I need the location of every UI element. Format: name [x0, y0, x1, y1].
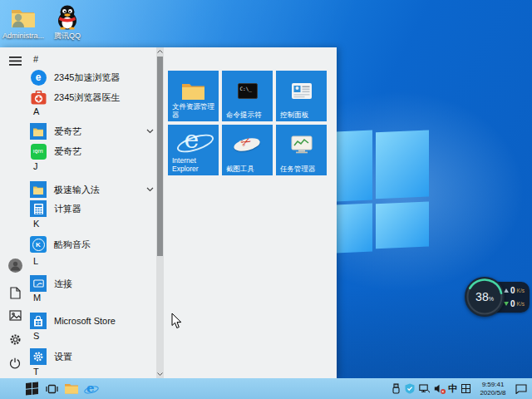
taskbar: e	[0, 378, 532, 399]
store-icon	[30, 313, 47, 329]
user-avatar-icon	[8, 259, 22, 273]
desktop-icon-label: Administra...	[2, 32, 45, 40]
section-header-t[interactable]: T	[33, 365, 133, 378]
settings-button[interactable]	[7, 331, 23, 347]
browser-doctor-icon	[30, 89, 47, 106]
user-folder-icon	[2, 3, 45, 30]
cmd-icon: C:\_	[222, 76, 273, 106]
pictures-button[interactable]	[7, 307, 23, 323]
browser-e-icon: e	[85, 382, 98, 396]
tile-file-explorer[interactable]: 文件资源管理器	[168, 71, 219, 121]
documents-button[interactable]	[7, 284, 23, 301]
section-header-s[interactable]: S	[33, 329, 133, 342]
gear-icon	[9, 333, 22, 346]
download-unit: K/s	[517, 301, 525, 307]
app-item-iqiyi[interactable]: IQIYI 爱奇艺	[30, 142, 155, 160]
scrollbar-thumb[interactable]	[157, 57, 163, 256]
snipping-tool-icon: ✂	[222, 130, 273, 160]
task-view-button[interactable]	[42, 378, 62, 399]
start-button[interactable]	[22, 378, 42, 399]
download-value: 0	[510, 299, 515, 308]
user-account-button[interactable]	[7, 257, 23, 273]
section-header-k[interactable]: K	[33, 217, 133, 230]
taskbar-clock[interactable]: 9:59:41 2020/5/8	[475, 381, 511, 397]
start-tiles-group: 文件资源管理器 C:\_ 命令提示符 控制面板 e	[168, 71, 331, 175]
app-item-kugou[interactable]: K 酷狗音乐	[30, 235, 155, 254]
ime-indicator[interactable]: 中	[448, 382, 457, 395]
app-folder-jisu-ime[interactable]: 极速输入法	[30, 180, 155, 199]
start-menu-scrollbar[interactable]	[156, 47, 164, 378]
screen: Administra... 腾讯QQ 0 K/s	[0, 0, 532, 399]
usage-arc	[465, 277, 505, 317]
control-panel-icon	[276, 76, 327, 106]
chevron-down-icon	[146, 187, 154, 192]
settings-tile-icon	[30, 348, 47, 365]
section-header-m[interactable]: M	[33, 291, 133, 304]
tile-internet-explorer[interactable]: e Internet Explorer	[168, 125, 219, 175]
section-header-a[interactable]: A	[33, 105, 133, 118]
section-header-hash[interactable]: #	[33, 52, 133, 66]
app-folder-icon	[30, 181, 47, 198]
upload-value: 0	[510, 286, 515, 295]
folder-icon	[65, 383, 78, 394]
tile-control-panel[interactable]: 控制面板	[276, 71, 327, 121]
chevron-down-icon	[146, 129, 154, 134]
taskbar-left-buttons: e	[22, 378, 101, 399]
upload-unit: K/s	[517, 288, 525, 293]
app-folder-icon	[30, 123, 47, 140]
tile-command-prompt[interactable]: C:\_ 命令提示符	[222, 71, 273, 121]
mute-badge: ×	[441, 389, 446, 395]
file-explorer-taskbar-button[interactable]	[62, 378, 81, 399]
app-item-calculator[interactable]: 计算器	[30, 200, 155, 218]
browser-taskbar-button[interactable]: e	[81, 378, 101, 399]
start-menu: # A J K L M S T e 2345加速浏览器	[0, 47, 337, 378]
app-item-settings[interactable]: 设置	[30, 347, 155, 366]
clock-date: 2020/5/8	[475, 389, 511, 397]
section-header-j[interactable]: J	[33, 160, 133, 173]
tile-task-manager[interactable]: 任务管理器	[276, 125, 327, 175]
memory-usage-ball[interactable]: 38%	[465, 277, 505, 317]
volume-muted-icon[interactable]: ×	[434, 384, 444, 393]
task-view-icon	[46, 384, 58, 394]
ie-icon: e	[168, 126, 219, 156]
scroll-down-arrow[interactable]	[156, 370, 164, 378]
notification-bubble-icon	[515, 384, 527, 394]
app-item-2345-browser[interactable]: e 2345加速浏览器	[30, 68, 155, 86]
power-icon	[9, 357, 21, 369]
iqiyi-icon: IQIYI	[30, 143, 47, 160]
network-icon[interactable]	[419, 384, 430, 394]
qq-penguin-icon	[46, 3, 89, 30]
power-button[interactable]	[7, 355, 23, 372]
security-shield-icon[interactable]	[405, 383, 415, 394]
system-tray: × 中 9:59:41 2020/5/8	[392, 378, 532, 399]
clock-time: 9:59:41	[475, 381, 511, 389]
app-item-microsoft-store[interactable]: Microsoft Store	[30, 312, 155, 330]
expand-chevron-jisu-ime[interactable]	[146, 180, 155, 199]
tile-snipping-tool[interactable]: ✂ 截图工具	[222, 125, 273, 175]
browser-2345-icon: e	[30, 69, 47, 86]
hamburger-icon	[9, 57, 22, 66]
connect-icon	[30, 275, 47, 292]
app-item-connect[interactable]: 连接	[30, 274, 155, 293]
desktop-icon-administrator[interactable]: Administra...	[2, 3, 45, 40]
windows-logo-icon	[26, 382, 38, 395]
app-item-2345-doctor[interactable]: 2345浏览器医生	[30, 88, 155, 106]
section-header-l[interactable]: L	[33, 254, 133, 268]
task-manager-icon	[276, 130, 327, 160]
document-icon	[10, 287, 21, 299]
scroll-up-arrow[interactable]	[156, 47, 164, 56]
app-folder-iqiyi[interactable]: 爱奇艺	[30, 122, 155, 140]
pictures-icon	[9, 310, 22, 321]
input-grid-icon[interactable]	[461, 384, 470, 393]
action-center-button[interactable]	[515, 384, 527, 394]
desktop-icon-label: 腾讯QQ	[46, 32, 89, 40]
menu-hamburger-button[interactable]	[7, 52, 23, 69]
expand-chevron-iqiyi-folder[interactable]	[146, 122, 155, 140]
kugou-icon: K	[30, 236, 47, 253]
calculator-icon	[30, 200, 47, 217]
usb-remove-icon[interactable]	[392, 383, 401, 394]
file-explorer-icon	[168, 76, 219, 106]
desktop-icon-qq[interactable]: 腾讯QQ	[46, 3, 89, 40]
